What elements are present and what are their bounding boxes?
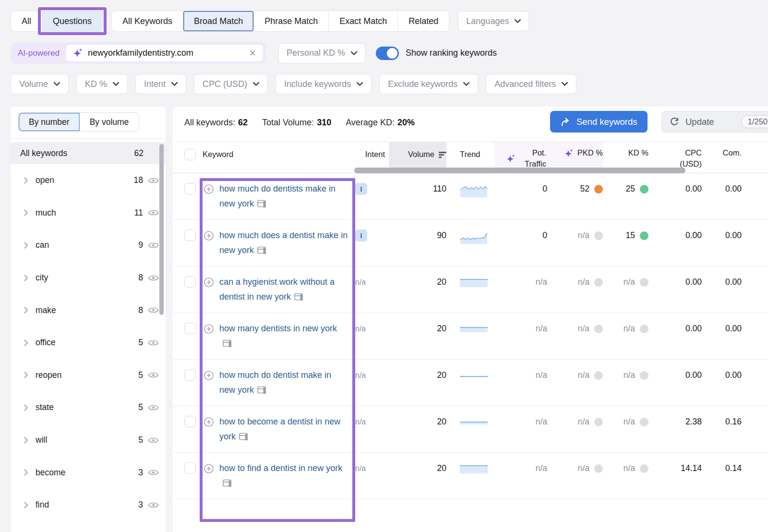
add-keyword-icon[interactable]	[203, 323, 215, 335]
group-item-state[interactable]: state5	[11, 391, 166, 424]
clear-search-icon[interactable]: ✕	[249, 48, 256, 59]
keyword-link[interactable]: how much does a dentist make in new york	[219, 228, 348, 258]
tab-exact-match[interactable]: Exact Match	[329, 11, 398, 31]
volume-filter[interactable]: Volume	[11, 74, 69, 94]
tab-related[interactable]: Related	[398, 11, 449, 31]
row-checkbox[interactable]	[184, 230, 196, 241]
pot-traffic-value: n/a	[536, 277, 547, 287]
chevron-down-icon	[515, 19, 521, 23]
eye-icon[interactable]	[148, 469, 159, 476]
tab-all-keywords[interactable]: All Keywords	[112, 11, 183, 31]
group-item-become[interactable]: become3	[11, 456, 166, 489]
eye-icon[interactable]	[148, 436, 159, 444]
group-item-can[interactable]: can9	[11, 229, 166, 262]
row-checkbox[interactable]	[184, 416, 196, 427]
tab-broad-match[interactable]: Broad Match	[183, 11, 254, 31]
personal-kd-dropdown[interactable]: Personal KD %	[278, 43, 365, 63]
group-item-find[interactable]: find3	[11, 489, 166, 521]
eye-icon[interactable]	[148, 501, 159, 509]
com-value: 0.14	[725, 463, 742, 473]
row-checkbox[interactable]	[184, 276, 196, 288]
group-item-much[interactable]: much11	[11, 197, 166, 230]
advanced-filters[interactable]: Advanced filters	[486, 74, 576, 94]
keyword-link[interactable]: how much do dentist make in new york	[219, 368, 348, 398]
add-keyword-icon[interactable]	[203, 416, 215, 428]
trend-sparkline	[446, 453, 494, 499]
kd-filter[interactable]: KD %	[76, 74, 128, 94]
cpc-value: 0.00	[685, 324, 702, 333]
tab-all[interactable]: All	[11, 11, 42, 31]
row-checkbox[interactable]	[184, 323, 196, 334]
keyword-link[interactable]: how many dentists in new york	[219, 321, 348, 351]
serp-icon[interactable]	[223, 339, 231, 347]
all-keywords-row[interactable]: All keywords 62	[11, 142, 166, 164]
group-item-will[interactable]: will5	[11, 424, 166, 457]
eye-icon[interactable]	[148, 306, 159, 314]
exclude-keywords-filter[interactable]: Exclude keywords	[379, 74, 478, 94]
filter-label: Exclude keywords	[388, 79, 457, 89]
include-keywords-filter[interactable]: Include keywords	[276, 74, 372, 94]
eye-icon[interactable]	[148, 209, 159, 217]
header-com[interactable]: Com.	[702, 142, 742, 173]
serp-icon[interactable]	[239, 433, 248, 440]
keyword-link[interactable]: can a hygienist work without a dentist i…	[219, 275, 348, 304]
kd-dot	[640, 185, 648, 193]
pkd-dot	[594, 464, 603, 473]
all-keywords-count: 62	[134, 148, 144, 158]
keyword-link[interactable]: how much do dentists make in new york	[219, 181, 348, 211]
group-item-make[interactable]: make8	[11, 294, 166, 326]
eye-icon[interactable]	[148, 371, 159, 379]
cpc-filter[interactable]: CPC (USD)	[194, 74, 268, 94]
send-keywords-button[interactable]: Send keywords	[550, 111, 648, 133]
header-keyword[interactable]: Keyword	[202, 142, 355, 173]
cpc-value: 0.00	[685, 230, 702, 240]
pkd-dot	[594, 371, 603, 380]
chevron-down-icon	[357, 82, 363, 86]
select-all-checkbox[interactable]	[184, 149, 196, 160]
group-item-city[interactable]: city8	[11, 262, 166, 294]
eye-icon[interactable]	[148, 404, 159, 411]
search-input[interactable]: newyorkfamilydentistry.com ✕	[66, 44, 264, 62]
tab-phrase-match[interactable]: Phrase Match	[254, 11, 329, 31]
eye-icon[interactable]	[148, 177, 159, 184]
add-keyword-icon[interactable]	[203, 230, 215, 242]
eye-icon[interactable]	[148, 339, 159, 347]
eye-icon[interactable]	[148, 274, 159, 282]
serp-icon[interactable]	[257, 200, 266, 207]
chevron-right-icon	[24, 275, 28, 281]
row-checkbox[interactable]	[184, 369, 196, 381]
sidebar-scrollbar[interactable]	[159, 144, 164, 315]
keyword-link[interactable]: how to become a dentist in new york	[219, 414, 348, 444]
stat-total-volume: Total Volume:310	[262, 118, 331, 128]
add-keyword-icon[interactable]	[203, 183, 215, 195]
serp-icon[interactable]	[223, 479, 231, 487]
show-ranking-keywords-toggle[interactable]	[376, 47, 399, 60]
filter-label: Include keywords	[284, 79, 351, 89]
eye-icon[interactable]	[148, 242, 159, 249]
serp-icon[interactable]	[257, 386, 266, 394]
add-keyword-icon[interactable]	[203, 462, 215, 475]
tab-questions[interactable]: Questions	[42, 11, 102, 31]
languages-dropdown[interactable]: Languages	[458, 11, 529, 31]
group-item-reopen[interactable]: reopen5	[11, 359, 166, 392]
add-keyword-icon[interactable]	[203, 369, 215, 382]
row-checkbox[interactable]	[184, 183, 196, 194]
table-row: can a hygienist work without a dentist i…	[173, 266, 768, 313]
serp-icon[interactable]	[294, 293, 303, 301]
personal-kd-label: Personal KD %	[287, 48, 345, 58]
intent-value: n/a	[355, 463, 366, 499]
by-volume-button[interactable]: By volume	[80, 113, 139, 131]
group-item-open[interactable]: open18	[11, 164, 166, 197]
intent-filter[interactable]: Intent	[135, 74, 186, 94]
by-number-button[interactable]: By number	[19, 113, 80, 131]
add-keyword-icon[interactable]	[203, 276, 215, 289]
keyword-link[interactable]: how to find a dentist in new york	[219, 461, 348, 491]
group-item-office[interactable]: office5	[11, 326, 166, 359]
horizontal-scrollbar[interactable]	[354, 168, 685, 173]
pkd-value: n/a	[578, 277, 589, 287]
table-row: how much do dentists make in new york I …	[173, 173, 768, 220]
row-checkbox[interactable]	[184, 462, 196, 474]
intent-value: n/a	[355, 324, 366, 359]
update-button[interactable]: Update 1/250	[661, 111, 768, 133]
serp-icon[interactable]	[257, 246, 266, 254]
